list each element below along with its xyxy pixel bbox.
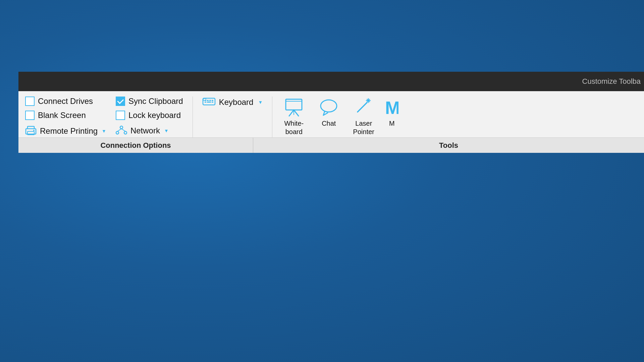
svg-point-2	[33, 130, 35, 131]
chat-icon	[318, 98, 339, 118]
svg-point-5	[124, 131, 127, 134]
svg-line-23	[358, 103, 367, 112]
network-icon	[116, 125, 127, 136]
whiteboard-icon	[283, 98, 305, 118]
sync-clipboard-label: Sync Clipboard	[128, 97, 183, 106]
svg-line-7	[121, 129, 125, 131]
svg-rect-10	[207, 100, 209, 101]
tools-section: White-board Chat	[272, 97, 407, 137]
lock-keyboard-option[interactable]: Lock keyboard	[116, 111, 183, 120]
connect-drives-checkbox[interactable]	[25, 97, 35, 106]
svg-line-6	[117, 129, 121, 131]
svg-rect-12	[212, 100, 213, 101]
svg-rect-14	[207, 102, 211, 103]
printer-icon	[25, 125, 37, 137]
blank-screen-option[interactable]: Blank Screen	[25, 111, 106, 120]
title-bar: Customize Toolba	[18, 72, 644, 91]
laser-pointer-label: LaserPointer	[353, 119, 374, 136]
toolbar-content: Connect Drives Blank Screen Remote Print…	[18, 91, 644, 137]
keyboard-option[interactable]: Keyboard ▼	[202, 97, 263, 108]
lock-keyboard-checkbox[interactable]	[116, 111, 125, 120]
svg-text:M: M	[385, 98, 398, 117]
blank-screen-checkbox[interactable]	[25, 111, 35, 120]
whiteboard-tool[interactable]: White-board	[280, 97, 307, 137]
network-label: Network	[130, 126, 160, 135]
svg-point-22	[321, 100, 337, 112]
network-dropdown-arrow: ▼	[164, 128, 169, 133]
svg-rect-13	[205, 102, 206, 103]
svg-line-19	[294, 110, 299, 116]
sync-clipboard-checkbox[interactable]	[116, 97, 125, 106]
laser-pointer-icon	[353, 98, 374, 118]
svg-rect-17	[286, 99, 302, 110]
blank-screen-label: Blank Screen	[38, 111, 86, 120]
more-label: M	[387, 119, 397, 128]
svg-point-3	[120, 126, 123, 129]
chat-tool[interactable]: Chat	[315, 97, 342, 129]
whiteboard-label: White-board	[284, 119, 304, 136]
remote-printing-option[interactable]: Remote Printing ▼	[25, 125, 106, 137]
keyboard-icon	[202, 97, 216, 108]
svg-rect-15	[212, 102, 213, 103]
keyboard-dropdown-arrow: ▼	[258, 100, 263, 105]
section-labels-bar: Connection Options Tools	[18, 137, 644, 153]
lock-keyboard-label: Lock keyboard	[128, 111, 181, 120]
tools-section-label: Tools	[253, 138, 644, 153]
svg-rect-11	[209, 100, 211, 101]
more-icon: M	[385, 98, 398, 118]
connection-options-section-label: Connection Options	[18, 138, 253, 153]
toolbar-wrapper: Customize Toolba Connect Drives Blank Sc…	[18, 72, 644, 153]
svg-point-4	[116, 131, 119, 134]
remote-printing-dropdown-arrow: ▼	[102, 128, 106, 134]
remote-printing-label: Remote Printing	[40, 126, 98, 136]
svg-line-18	[289, 110, 294, 116]
network-option[interactable]: Network ▼	[116, 125, 183, 136]
chat-label: Chat	[322, 119, 336, 128]
col-drives-blank: Connect Drives Blank Screen Remote Print…	[25, 97, 116, 137]
sync-clipboard-option[interactable]: Sync Clipboard	[116, 97, 183, 106]
col-sync-lock: Sync Clipboard Lock keyboard	[116, 97, 193, 137]
more-tool[interactable]: M M	[385, 97, 398, 129]
customize-toolbar-label: Customize Toolba	[582, 77, 641, 86]
connect-drives-label: Connect Drives	[38, 97, 93, 106]
keyboard-label: Keyboard	[219, 98, 254, 107]
connect-drives-option[interactable]: Connect Drives	[25, 97, 106, 106]
col-keyboard: Keyboard ▼	[193, 97, 273, 137]
laser-pointer-tool[interactable]: LaserPointer	[350, 97, 377, 137]
